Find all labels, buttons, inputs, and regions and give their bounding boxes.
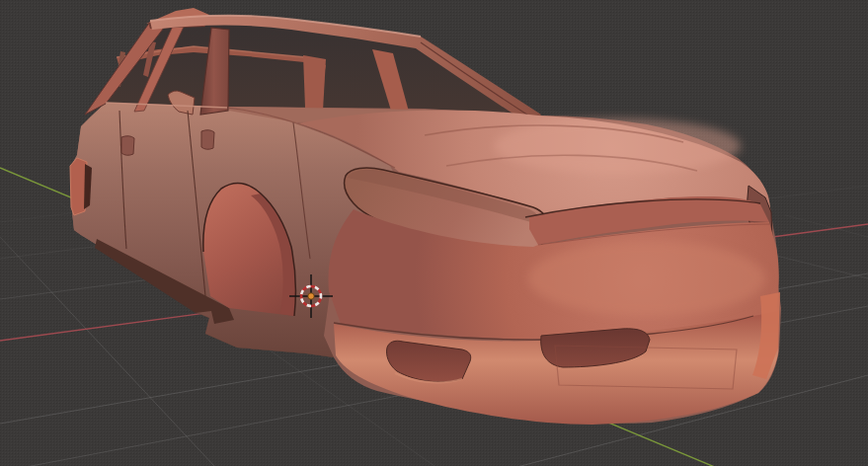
far-b-pillar (303, 55, 326, 111)
bumper-sheen (528, 241, 765, 316)
hood-sheen (494, 118, 741, 174)
front-door-handle (201, 130, 214, 150)
viewport-canvas[interactable] (0, 0, 868, 466)
blender-3d-viewport[interactable] (0, 0, 868, 466)
cursor-center-dot (308, 293, 314, 299)
rear-door-handle (121, 136, 134, 156)
